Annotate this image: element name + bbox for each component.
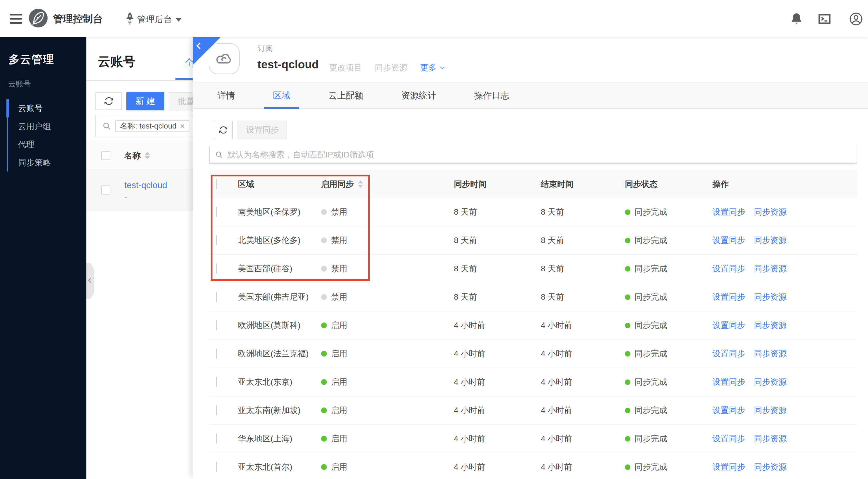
op-link-sync-resources[interactable]: 同步资源: [754, 461, 786, 473]
op-link-sync-resources[interactable]: 同步资源: [754, 320, 786, 331]
workspace-switcher[interactable]: 管理后台: [137, 14, 172, 26]
status-dot: [625, 380, 630, 385]
op-link-sync-resources[interactable]: 同步资源: [754, 433, 786, 444]
op-link-sync-resources[interactable]: 同步资源: [754, 235, 786, 246]
row-checkbox[interactable]: [216, 207, 217, 217]
table-row[interactable]: 亚太东北(东京) 启用 4 小时前 4 小时前 同步完成 设置同步 同步资源: [209, 368, 857, 396]
table-row[interactable]: 北美地区(多伦多) 禁用 8 天前 8 天前 同步完成 设置同步 同步资源: [209, 227, 857, 255]
op-link-set-sync[interactable]: 设置同步: [712, 433, 745, 444]
table-row[interactable]: 南美地区(圣保罗) 禁用 8 天前 8 天前 同步完成 设置同步 同步资源: [209, 198, 857, 227]
row-checkbox[interactable]: [101, 185, 110, 194]
table-row[interactable]: 华东地区(上海) 启用 4 小时前 4 小时前 同步完成 设置同步 同步资源: [209, 425, 857, 453]
status-dot: [625, 408, 630, 413]
account-row[interactable]: test-qcloud -: [86, 170, 193, 211]
change-project-action[interactable]: 更改项目: [329, 62, 362, 73]
region-name: 亚太东北(首尔): [234, 461, 321, 473]
status-column-header: 同步状态: [625, 179, 712, 190]
create-button[interactable]: 新 建: [126, 92, 164, 111]
op-link-sync-resources[interactable]: 同步资源: [754, 292, 786, 303]
sidebar-item-1[interactable]: 云用户组: [0, 117, 86, 136]
sidebar-item-2[interactable]: 代理: [0, 136, 86, 154]
sidebar-title: 多云管理: [9, 52, 54, 67]
status-dot: [625, 294, 630, 300]
more-action[interactable]: 更多: [420, 62, 444, 73]
op-link-set-sync[interactable]: 设置同步: [712, 405, 745, 416]
select-all-checkbox[interactable]: [101, 151, 110, 160]
sync-enabled-dot: [321, 294, 327, 300]
row-checkbox[interactable]: [216, 433, 217, 444]
filter-tag-close-icon[interactable]: ×: [180, 121, 185, 131]
op-link-set-sync[interactable]: 设置同步: [712, 263, 745, 274]
sync-resources-action[interactable]: 同步资源: [375, 62, 407, 73]
status-label: 同步完成: [634, 461, 667, 473]
end-time: 4 小时前: [541, 320, 625, 331]
sidebar-collapse-handle[interactable]: [86, 263, 94, 299]
user-avatar-icon[interactable]: [849, 12, 863, 26]
account-name-link[interactable]: test-qcloud: [124, 180, 167, 190]
op-link-set-sync[interactable]: 设置同步: [712, 377, 745, 388]
region-search-box[interactable]: [209, 146, 857, 164]
detail-tab-3[interactable]: 资源统计: [401, 82, 436, 109]
op-link-set-sync[interactable]: 设置同步: [712, 207, 745, 218]
status-label: 同步完成: [634, 348, 667, 359]
op-link-sync-resources[interactable]: 同步资源: [754, 207, 786, 218]
sort-icon[interactable]: [145, 152, 150, 159]
detail-tab-1[interactable]: 区域: [273, 82, 290, 109]
op-link-set-sync[interactable]: 设置同步: [712, 235, 745, 246]
row-checkbox[interactable]: [216, 235, 217, 245]
status-dot: [625, 436, 630, 442]
table-row[interactable]: 美国西部(硅谷) 禁用 8 天前 8 天前 同步完成 设置同步 同步资源: [209, 255, 857, 283]
sync-time: 8 天前: [454, 263, 541, 274]
table-row[interactable]: 美国东部(弗吉尼亚) 禁用 8 天前 8 天前 同步完成 设置同步 同步资源: [209, 283, 857, 311]
table-row[interactable]: 欧洲地区(法兰克福) 启用 4 小时前 4 小时前 同步完成 设置同步 同步资源: [209, 340, 857, 368]
refresh-button[interactable]: [214, 121, 233, 139]
row-checkbox[interactable]: [216, 349, 217, 359]
table-row[interactable]: 亚太东南(新加坡) 启用 4 小时前 4 小时前 同步完成 设置同步 同步资源: [209, 396, 857, 425]
row-checkbox[interactable]: [216, 405, 217, 415]
op-link-sync-resources[interactable]: 同步资源: [754, 348, 786, 359]
account-search-box[interactable]: 名称: test-qcloud ×: [95, 115, 193, 137]
op-link-sync-resources[interactable]: 同步资源: [754, 377, 786, 388]
status-label: 同步完成: [634, 377, 667, 388]
detail-tab-2[interactable]: 云上配额: [328, 82, 363, 109]
sync-enabled-dot: [321, 323, 327, 328]
op-link-sync-resources[interactable]: 同步资源: [754, 263, 786, 274]
row-checkbox[interactable]: [216, 292, 217, 302]
hamburger-menu-icon[interactable]: [10, 14, 22, 24]
select-all-checkbox[interactable]: [216, 179, 217, 189]
detail-tab-4[interactable]: 操作日志: [474, 82, 509, 109]
ops-column-header: 操作: [712, 179, 857, 190]
table-row[interactable]: 欧洲地区(莫斯科) 启用 4 小时前 4 小时前 同步完成 设置同步 同步资源: [209, 311, 857, 340]
sync-enabled-label: 启用: [331, 461, 347, 473]
status-dot: [625, 465, 630, 470]
filter-tag[interactable]: 名称: test-qcloud ×: [115, 120, 189, 132]
notifications-bell-icon[interactable]: [790, 12, 803, 26]
sync-time: 4 小时前: [454, 320, 541, 331]
sync-time: 4 小时前: [454, 433, 541, 444]
set-sync-button[interactable]: 设置同步: [238, 121, 287, 139]
terminal-icon[interactable]: [818, 12, 831, 26]
refresh-button[interactable]: [95, 92, 122, 110]
sync-time: 8 天前: [454, 292, 541, 303]
batch-button[interactable]: 批量: [169, 92, 193, 111]
app-logo-icon[interactable]: [29, 9, 48, 27]
row-checkbox[interactable]: [216, 320, 217, 330]
row-checkbox[interactable]: [216, 462, 217, 472]
tab-all[interactable]: 全部: [185, 56, 193, 69]
row-checkbox[interactable]: [216, 377, 217, 387]
op-link-set-sync[interactable]: 设置同步: [712, 320, 745, 331]
collapse-ribbon[interactable]: [193, 37, 221, 65]
name-column-header[interactable]: 名称: [124, 150, 141, 161]
sidebar-item-3[interactable]: 同步策略: [0, 154, 86, 172]
op-link-set-sync[interactable]: 设置同步: [712, 461, 745, 473]
sidebar-item-0[interactable]: 云账号: [0, 99, 86, 117]
sidebar-section-label: 云账号: [8, 79, 31, 89]
table-row[interactable]: 亚太东北(首尔) 启用 4 小时前 4 小时前 同步完成 设置同步 同步资源: [209, 453, 857, 479]
op-link-set-sync[interactable]: 设置同步: [712, 292, 745, 303]
detail-tab-0[interactable]: 详情: [217, 82, 235, 109]
sort-icon[interactable]: [358, 180, 363, 188]
op-link-set-sync[interactable]: 设置同步: [712, 348, 745, 359]
op-link-sync-resources[interactable]: 同步资源: [754, 405, 786, 416]
region-search-input[interactable]: [227, 150, 857, 159]
row-checkbox[interactable]: [216, 264, 217, 274]
